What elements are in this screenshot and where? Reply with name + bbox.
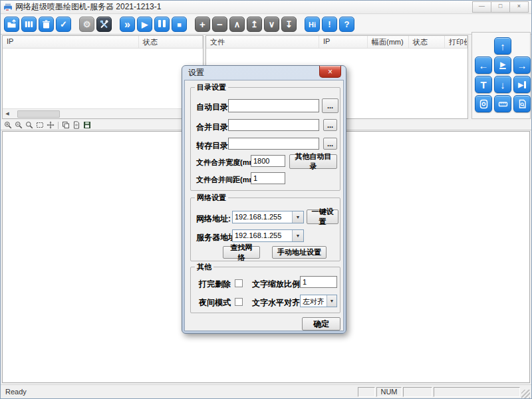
move-down-button[interactable]: ∨ — [264, 17, 279, 32]
column-header-status[interactable]: 状态 — [139, 36, 203, 48]
columns-icon — [24, 19, 34, 29]
text-icon: T — [480, 79, 486, 90]
ok-button[interactable]: 确定 — [302, 317, 340, 331]
plus-icon: + — [200, 19, 205, 30]
toolbar-separator — [58, 122, 59, 129]
pan-button[interactable] — [46, 121, 55, 130]
network-addr-value: 192.168.1.255 — [235, 213, 281, 221]
main-window: 网络超级喷墨绘图机-服务器 2021-1213-1 — □ × ✓ ⚙ » — [0, 0, 532, 399]
text-scale-input[interactable] — [300, 276, 337, 288]
column-header-width[interactable]: 幅面(mm) — [368, 36, 409, 48]
text-align-select[interactable]: 左对齐 ▼ — [300, 295, 337, 307]
transfer-dir-browse-button[interactable]: ... — [323, 138, 337, 150]
alert-button[interactable]: ! — [322, 17, 337, 32]
columns-view-button[interactable] — [21, 17, 37, 32]
jog-up-button[interactable]: ↑ — [494, 37, 511, 55]
settings-gear-button[interactable]: ⚙ — [79, 17, 94, 32]
main-toolbar: ✓ ⚙ » ▶ ■ + − ∧ ↥ — [1, 15, 531, 35]
paper-roll-button[interactable] — [475, 95, 492, 112]
one-key-setup-button[interactable]: 一键设置 — [307, 209, 338, 224]
add-button[interactable]: + — [195, 17, 210, 32]
maximize-button[interactable]: □ — [491, 1, 510, 13]
directory-settings-group: 目录设置 自动目录 ... 合并目录 ... 转存目录 ... 文件合并宽度(m… — [190, 87, 340, 191]
night-mode-label: 夜间模式 — [199, 297, 231, 309]
marquee-select-button[interactable] — [35, 121, 45, 130]
minus-icon: − — [217, 19, 223, 30]
jog-left-button[interactable]: ← — [475, 57, 492, 74]
copy-icon — [62, 121, 70, 129]
delete-button[interactable] — [39, 17, 54, 32]
network-addr-combo[interactable]: 192.168.1.255 ▼ — [232, 211, 304, 223]
copy-view-button[interactable] — [61, 121, 70, 130]
hi-icon: Hi — [309, 21, 316, 29]
fast-forward-icon: » — [124, 20, 130, 29]
move-to-bottom-button[interactable]: ↧ — [281, 17, 297, 32]
pan-icon — [47, 121, 55, 129]
minimize-button[interactable]: — — [472, 1, 491, 13]
fast-forward-button[interactable]: » — [120, 17, 135, 32]
settings-tools-button[interactable] — [96, 17, 112, 32]
manual-addr-button[interactable]: 手动地址设置 — [272, 246, 327, 259]
jog-right-button[interactable]: → — [513, 57, 531, 74]
group-label: 其他 — [195, 262, 213, 272]
dropdown-arrow-icon[interactable]: ▼ — [292, 211, 303, 223]
other-settings-group: 其他 打完删除 文字缩放比例 夜间模式 文字水平对齐 左对齐 ▼ — [190, 267, 340, 313]
group-label: 网络设置 — [195, 193, 228, 203]
document-icon — [72, 121, 80, 129]
page-preview-button[interactable] — [513, 95, 531, 112]
measure-button[interactable] — [494, 95, 511, 112]
merge-dir-browse-button[interactable]: ... — [323, 119, 337, 131]
remove-button[interactable]: − — [212, 17, 227, 32]
play-button[interactable]: ▶ — [137, 17, 152, 32]
column-header-ip[interactable]: IP — [3, 36, 139, 48]
file-list-header: 文件 IP 幅面(mm) 状态 打印份数 — [206, 36, 467, 49]
text-tool-button[interactable]: T — [475, 76, 492, 93]
pause-button[interactable] — [154, 17, 170, 32]
zoom-in-button[interactable] — [3, 121, 13, 130]
night-mode-checkbox[interactable] — [235, 298, 243, 306]
dropdown-arrow-icon[interactable]: ▼ — [292, 230, 303, 241]
merge-dir-input[interactable] — [228, 119, 319, 131]
scrollbar-thumb[interactable] — [17, 110, 60, 118]
close-button[interactable]: × — [509, 1, 529, 13]
merge-gap-input[interactable] — [251, 172, 285, 184]
play-icon: ▶ — [500, 61, 505, 67]
merge-width-input[interactable] — [251, 155, 285, 167]
status-pane-caps — [358, 387, 375, 397]
find-network-button[interactable]: 查找网络 — [223, 246, 260, 259]
auto-dir-browse-button[interactable]: ... — [322, 98, 338, 113]
other-auto-dir-button[interactable]: 其他自动目录 — [289, 154, 337, 169]
hi-button[interactable]: Hi — [305, 17, 320, 32]
transfer-dir-input[interactable] — [228, 138, 319, 150]
paper-roll-icon — [479, 99, 489, 109]
server-addr-combo[interactable]: 192.168.1.255 ▼ — [232, 229, 304, 242]
stop-button[interactable]: ■ — [172, 17, 187, 32]
column-header-copies[interactable]: 打印份数 — [445, 36, 467, 48]
dialog-close-button[interactable]: × — [319, 66, 341, 78]
column-header-file[interactable]: 文件 — [206, 36, 319, 48]
marquee-icon — [36, 121, 44, 129]
resize-grip[interactable] — [521, 390, 530, 398]
help-button[interactable]: ? — [339, 17, 354, 32]
column-header-status[interactable]: 状态 — [409, 36, 445, 48]
confirm-button[interactable]: ✓ — [56, 17, 71, 32]
skip-to-end-button[interactable]: ▶ — [513, 76, 531, 93]
scroll-left-icon[interactable]: ◀ — [3, 111, 12, 116]
open-file-button[interactable] — [4, 17, 19, 32]
move-up-button[interactable]: ∧ — [229, 17, 245, 32]
jog-down-button[interactable]: ↓ — [494, 76, 511, 93]
zoom-out-button[interactable] — [14, 121, 23, 130]
print-preview-button[interactable] — [72, 121, 81, 130]
arrow-left-icon: ← — [479, 60, 489, 71]
zoom-fit-button[interactable] — [25, 121, 34, 130]
column-header-ip[interactable]: IP — [319, 36, 368, 48]
zoom-in-icon — [4, 121, 12, 129]
delete-after-print-checkbox[interactable] — [235, 279, 243, 287]
dropdown-arrow-icon[interactable]: ▼ — [327, 295, 336, 307]
move-to-top-button[interactable]: ↥ — [247, 17, 262, 32]
horizontal-scrollbar[interactable]: ◀ ▶ — [3, 108, 203, 118]
save-button[interactable] — [82, 121, 92, 130]
feed-start-button[interactable]: ▶ — [494, 57, 511, 74]
arrow-down-icon: ↓ — [500, 79, 505, 90]
auto-dir-input[interactable] — [228, 99, 319, 112]
